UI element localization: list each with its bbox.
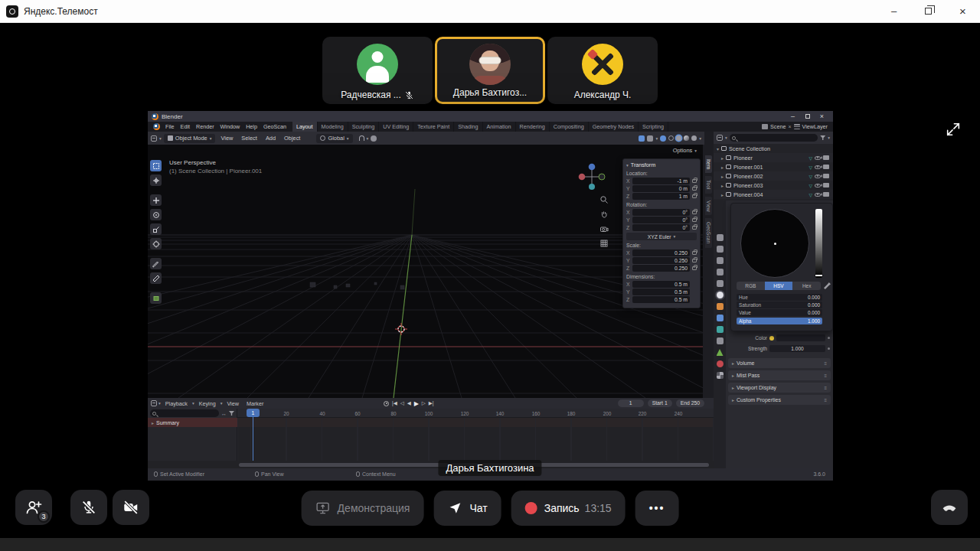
viewport-options-dropdown[interactable]: Options▾	[673, 147, 697, 154]
close-icon[interactable]: ×	[946, 0, 980, 23]
menu-playback[interactable]: Playback	[162, 399, 191, 409]
lock-icon[interactable]	[692, 259, 697, 262]
menu-select[interactable]: Select	[238, 133, 260, 143]
sidebar-tab-view[interactable]: View	[705, 197, 712, 216]
properties-tab-scene-icon[interactable]	[717, 280, 724, 287]
value-slider[interactable]	[815, 209, 822, 278]
workspace-tab-rendering[interactable]: Rendering	[516, 122, 550, 132]
section-viewport-display[interactable]: ▸Viewport Display≡	[728, 383, 831, 393]
menu-edit[interactable]: Edit	[178, 122, 193, 132]
filter-icon[interactable]	[820, 135, 825, 140]
dimensions-z-field[interactable]: 0.5 m	[632, 296, 690, 303]
current-frame-field[interactable]: 1	[618, 399, 644, 407]
microphone-button[interactable]	[70, 490, 107, 525]
participant-tile-active[interactable]: Дарья Бахтигоз...	[435, 37, 545, 104]
disable-in-renders-icon[interactable]	[823, 192, 829, 197]
scale-tool[interactable]	[150, 223, 162, 235]
outliner-row[interactable]: ▸Pioneer.001▽	[714, 162, 833, 171]
sidebar-tab-item[interactable]: Item	[705, 155, 712, 173]
menu-marker[interactable]: Marker	[243, 399, 266, 409]
hangup-button[interactable]	[931, 490, 968, 525]
alpha-slider[interactable]: Alpha1.000	[737, 318, 822, 324]
workspace-tab-texture-paint[interactable]: Texture Paint	[413, 122, 454, 132]
navigation-gizmo[interactable]	[575, 160, 609, 194]
hide-in-viewport-icon[interactable]	[815, 174, 821, 178]
location-x-field[interactable]: -1 m	[632, 178, 690, 184]
transform-tool[interactable]	[150, 238, 162, 249]
play-reverse-icon[interactable]: ◀	[407, 400, 411, 406]
workspace-tab-modeling[interactable]: Modeling	[318, 122, 348, 132]
hide-in-viewport-icon[interactable]	[815, 184, 821, 187]
disable-in-renders-icon[interactable]	[823, 165, 829, 169]
disable-in-renders-icon[interactable]	[823, 183, 829, 187]
properties-tab-modifiers-icon[interactable]	[717, 315, 724, 321]
hue-slider[interactable]: Hue0.000	[737, 294, 822, 301]
shading-wireframe-icon[interactable]	[668, 135, 674, 141]
participant-tile[interactable]: Александр Ч.	[547, 37, 658, 104]
animate-dot-icon[interactable]	[828, 347, 830, 350]
editor-type-icon[interactable]	[151, 135, 157, 142]
expand-icon[interactable]	[945, 121, 962, 138]
play-icon[interactable]: ▶	[414, 400, 419, 407]
end-frame-field[interactable]: End 250	[676, 399, 704, 407]
scene-selector[interactable]: Scene	[770, 123, 786, 130]
overlays-toggle-icon[interactable]	[647, 135, 653, 142]
menu-keying[interactable]: Keying	[196, 399, 219, 409]
cursor-tool[interactable]	[150, 174, 162, 186]
timeline-tracks[interactable]	[237, 418, 714, 461]
outliner-editor-icon[interactable]	[717, 135, 723, 141]
prev-keyframe-icon[interactable]: ◁	[400, 400, 404, 406]
camera-view-icon[interactable]	[599, 224, 609, 233]
disable-in-renders-icon[interactable]	[823, 174, 829, 178]
measure-tool[interactable]	[150, 272, 162, 284]
rotate-tool[interactable]	[150, 209, 162, 220]
menu-object[interactable]: Object	[281, 133, 303, 143]
blender-minimize-icon[interactable]: –	[786, 111, 800, 122]
properties-tab-viewlayer-icon[interactable]	[717, 269, 724, 276]
outliner-row[interactable]: ▸Pioneer▽	[714, 153, 833, 162]
properties-tab-world-icon[interactable]	[717, 292, 724, 298]
proportional-edit-icon[interactable]	[371, 135, 377, 142]
blender-menu-logo-icon[interactable]	[153, 123, 160, 130]
channel-filter-icon[interactable]	[229, 411, 234, 416]
shading-solid-icon[interactable]	[676, 135, 681, 141]
menu-view-timeline[interactable]: View	[224, 399, 241, 409]
chat-button[interactable]: Чат	[433, 491, 501, 526]
rotation-mode-dropdown[interactable]: XYZ Euler▾	[626, 233, 697, 240]
jump-to-start-icon[interactable]: |◀	[392, 400, 397, 406]
workspace-tab-animation[interactable]: Animation	[483, 122, 516, 132]
color-wheel[interactable]	[740, 209, 809, 278]
section-custom-properties[interactable]: ▸Custom Properties≡	[728, 395, 831, 405]
viewport-3d[interactable]: User Perspective (1) Scene Collection | …	[148, 145, 703, 398]
participant-tile[interactable]: Радчевская ...	[322, 37, 433, 104]
workspace-tab-compositing[interactable]: Compositing	[550, 122, 589, 132]
grid-ortho-icon[interactable]	[599, 239, 609, 248]
timeline-editor-icon[interactable]	[151, 400, 157, 406]
lock-icon[interactable]	[692, 266, 697, 270]
value-number-slider[interactable]: Value0.000	[737, 309, 822, 316]
workspace-tab-geometry-nodes[interactable]: Geometry Nodes	[589, 122, 639, 132]
move-tool[interactable]	[150, 194, 162, 206]
start-frame-field[interactable]: Start 1	[648, 399, 672, 407]
snap-magnet-icon[interactable]	[359, 135, 364, 141]
outliner-row-scene-collection[interactable]: ▾Scene Collection	[714, 144, 833, 153]
scale-y-field[interactable]: 0.250	[632, 257, 690, 264]
properties-tab-physics-icon[interactable]	[717, 326, 724, 333]
outliner-row[interactable]: ▸Pioneer.004▽	[714, 190, 833, 199]
zoom-icon[interactable]	[599, 195, 609, 204]
strength-field[interactable]: 1.000	[769, 345, 825, 352]
sidebar-tab-geoscan[interactable]: GeoScan	[705, 218, 712, 247]
menu-render[interactable]: Render	[193, 122, 217, 132]
color-mode-hex[interactable]: Hex	[792, 282, 821, 290]
properties-tab-output-icon[interactable]	[717, 257, 724, 264]
lock-icon[interactable]	[692, 187, 697, 191]
dimensions-x-field[interactable]: 0.5 m	[632, 281, 690, 288]
playhead-frame-badge[interactable]: 1	[247, 409, 260, 417]
menu-add[interactable]: Add	[263, 133, 279, 143]
workspace-tab-shading[interactable]: Shading	[454, 122, 482, 132]
workspace-tab-scripting[interactable]: Scripting	[639, 122, 668, 132]
color-swatch[interactable]	[769, 336, 774, 341]
disable-in-renders-icon[interactable]	[823, 155, 829, 160]
hide-in-viewport-icon[interactable]	[815, 165, 821, 169]
channel-search-input[interactable]	[150, 409, 219, 417]
